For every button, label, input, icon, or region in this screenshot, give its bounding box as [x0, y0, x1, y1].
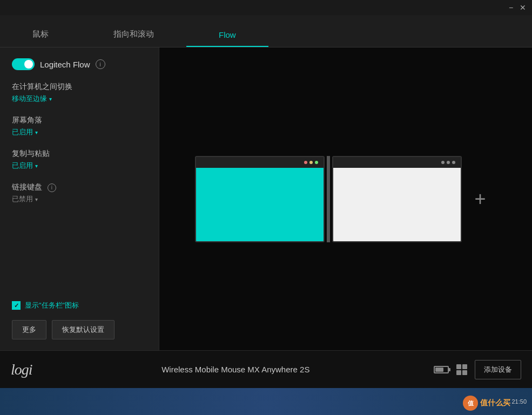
watermark-text: 值什么买	[480, 398, 510, 408]
taskbar-content: 21:50	[0, 398, 532, 405]
computer-visualization: +	[195, 156, 496, 242]
switch-computer-value[interactable]: 移动至边缘 ▾	[12, 94, 147, 104]
action-button-row: 更多 恢复默认设置	[12, 320, 147, 339]
monitor-2[interactable]	[332, 156, 462, 242]
add-device-button[interactable]: 添加设备	[475, 360, 521, 379]
logitech-flow-toggle-row: Logitech Flow i	[12, 58, 147, 70]
battery-icon	[434, 366, 449, 373]
monitor-2-screen	[333, 168, 461, 241]
dot2-1	[441, 161, 445, 164]
logi-logo: logi	[11, 361, 32, 378]
taskbar-checkbox-row: 显示"任务栏"图标	[12, 301, 147, 310]
monitor-2-topbar	[333, 157, 461, 168]
more-button[interactable]: 更多	[12, 320, 46, 339]
copy-paste-chevron: ▾	[35, 163, 38, 169]
switch-computer-section: 在计算机之间切换 移动至边缘 ▾	[12, 82, 147, 104]
monitor-1[interactable]	[195, 156, 325, 242]
tab-flow[interactable]: Flow	[186, 23, 268, 47]
flow-toggle-label: Logitech Flow	[40, 60, 90, 69]
bottom-bar: logi Wireless Mobile Mouse MX Anywhere 2…	[0, 350, 532, 388]
device-name: Wireless Mobile Mouse MX Anywhere 2S	[49, 365, 423, 374]
dot-yellow	[309, 161, 313, 164]
monitor-2-dots	[441, 161, 455, 164]
screen-corner-title: 屏幕角落	[12, 115, 147, 125]
close-button[interactable]: ✕	[518, 3, 528, 12]
reset-button[interactable]: 恢复默认设置	[52, 320, 115, 339]
taskbar-time: 21:50	[511, 398, 527, 405]
link-keyboard-value[interactable]: 已禁用 ▾	[12, 194, 147, 204]
taskbar-checkbox[interactable]	[12, 301, 21, 310]
monitor-1-screen	[196, 168, 324, 241]
tab-bar: 鼠标 指向和滚动 Flow	[0, 15, 532, 47]
copy-paste-title: 复制与粘贴	[12, 149, 147, 159]
switch-computer-chevron: ▾	[49, 96, 52, 102]
left-panel: Logitech Flow i 在计算机之间切换 移动至边缘 ▾ 屏幕角落 已启…	[0, 47, 159, 350]
taskbar-checkbox-label: 显示"任务栏"图标	[25, 301, 79, 310]
dot2-3	[452, 161, 455, 164]
device-actions: 添加设备	[434, 360, 521, 379]
keyboard-info-icon[interactable]: i	[48, 183, 56, 192]
grid-cell-2	[462, 364, 467, 369]
main-layout: Logitech Flow i 在计算机之间切换 移动至边缘 ▾ 屏幕角落 已启…	[0, 47, 532, 350]
screen-corner-chevron: ▾	[35, 130, 38, 135]
monitor-1-topbar	[196, 157, 324, 168]
copy-paste-value[interactable]: 已启用 ▾	[12, 161, 147, 171]
tab-mouse[interactable]: 鼠标	[0, 22, 81, 47]
flow-toggle[interactable]	[12, 58, 35, 70]
grid-cell-4	[462, 370, 467, 375]
taskbar-strip: 21:50 值 值什么买	[0, 388, 532, 415]
link-keyboard-chevron: ▾	[35, 196, 38, 202]
dot-green	[315, 161, 318, 164]
screen-corner-value[interactable]: 已启用 ▾	[12, 127, 147, 137]
watermark-container: 值 值什么买	[463, 396, 510, 411]
monitor-separator	[327, 156, 330, 242]
grid-icon[interactable]	[456, 364, 467, 375]
dot2-2	[447, 161, 450, 164]
grid-cell-3	[456, 370, 461, 375]
minimize-button[interactable]: −	[506, 3, 516, 12]
flow-info-icon[interactable]: i	[96, 59, 105, 69]
add-computer-icon: +	[474, 189, 486, 209]
watermark-avatar: 值	[463, 396, 478, 411]
tab-pointing[interactable]: 指向和滚动	[81, 22, 186, 47]
taskbar-icons: 21:50	[511, 398, 527, 405]
copy-paste-section: 复制与粘贴 已启用 ▾	[12, 149, 147, 171]
screen-corner-section: 屏幕角落 已启用 ▾	[12, 115, 147, 137]
monitor-1-dots	[304, 161, 318, 164]
switch-computer-title: 在计算机之间切换	[12, 82, 147, 92]
add-computer-button[interactable]: +	[464, 156, 496, 242]
right-panel: +	[159, 47, 532, 350]
link-keyboard-title: 链接键盘 i	[12, 182, 147, 192]
battery-fill	[435, 368, 443, 372]
dot-red	[304, 161, 307, 164]
link-keyboard-section: 链接键盘 i 已禁用 ▾	[12, 182, 147, 204]
title-bar: − ✕	[0, 0, 532, 15]
grid-cell-1	[456, 364, 461, 369]
